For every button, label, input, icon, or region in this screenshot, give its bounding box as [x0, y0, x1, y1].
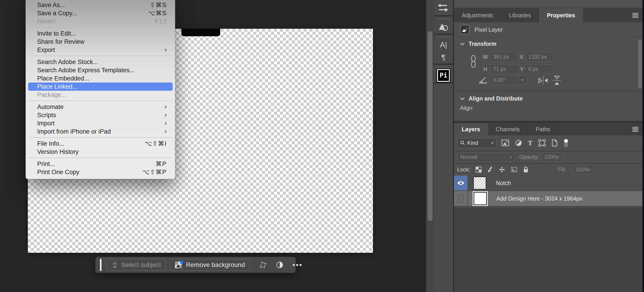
dock-grip-dots[interactable]: [437, 36, 450, 38]
tab-properties[interactable]: Properties: [539, 8, 583, 22]
more-options-button[interactable]: •••: [292, 261, 303, 270]
menu-item-share-for-review[interactable]: Share for Review: [28, 38, 173, 46]
width-field[interactable]: 361 px: [490, 52, 519, 61]
align-section-header[interactable]: Align and Distribute: [460, 95, 523, 102]
submenu-arrow-icon: ›: [164, 111, 167, 118]
menu-item-automate[interactable]: Automate›: [28, 103, 173, 111]
link-dimensions-icon[interactable]: [470, 55, 476, 68]
menu-item-import[interactable]: Import›: [28, 119, 173, 127]
shapes-panel-icon[interactable]: [436, 20, 451, 32]
file-menu: Save As...⇧⌘SSave a Copy...⌥⌘SRevertF12I…: [26, 0, 175, 179]
properties-scrollbar-thumb[interactable]: [638, 39, 642, 88]
layer-type-label: Pixel Layer: [474, 26, 503, 33]
dock-grip-dots[interactable]: [437, 66, 450, 68]
dock-group-shapes: [434, 16, 453, 35]
filter-smart-objects-icon[interactable]: [552, 139, 558, 147]
properties-panel-menu-icon[interactable]: [632, 12, 639, 18]
menu-item-import-from-iphone-or-ipad[interactable]: Import from iPhone or iPad›: [28, 127, 173, 136]
kind-filter-dropdown[interactable]: Kind ▾: [457, 138, 496, 148]
menu-item-label: Revert: [37, 18, 56, 25]
brushes-panel-icon[interactable]: [436, 1, 451, 14]
lock-artboard-icon[interactable]: [511, 166, 518, 173]
lock-transparency-icon[interactable]: [476, 167, 482, 173]
menu-item-save-as[interactable]: Save As...⇧⌘S: [28, 1, 173, 9]
opacity-label: Opacity:: [519, 154, 539, 160]
menu-item-shortcut: ⌥⇧⌘P: [142, 168, 167, 176]
menu-item-invite-to-edit[interactable]: Invite to Edit...: [28, 29, 173, 38]
lock-all-icon[interactable]: [523, 166, 528, 173]
menu-item-file-info[interactable]: File Info...⌥⇧⌘I: [28, 139, 173, 148]
x-label: X: [520, 54, 523, 60]
transform-selection-icon[interactable]: [259, 261, 267, 269]
plugins-panel-icon[interactable]: Pi: [436, 69, 451, 82]
tab-layers[interactable]: Layers: [454, 123, 488, 135]
menu-item-search-adobe-stock[interactable]: Search Adobe Stock...: [28, 58, 173, 66]
angle-dropdown-arrow[interactable]: ▾: [518, 76, 526, 84]
workspace-scrollbar-track[interactable]: [426, 0, 434, 292]
tab-adjustments[interactable]: Adjustments: [454, 8, 502, 22]
select-subject-button[interactable]: Select subject: [106, 259, 166, 271]
dock-grip-dots[interactable]: [437, 18, 450, 20]
submenu-arrow-icon: ›: [164, 103, 167, 110]
tab-channels[interactable]: Channels: [488, 123, 528, 135]
lock-position-icon[interactable]: [498, 166, 505, 173]
menu-item-export[interactable]: Export›: [28, 46, 173, 54]
fill-dropdown-arrow[interactable]: ▾: [586, 165, 593, 174]
angle-field[interactable]: 0.00° ▾: [490, 75, 526, 85]
contextual-task-bar: Select subject Remove background: [95, 257, 296, 273]
filter-type-layers-icon[interactable]: T: [528, 139, 532, 147]
remove-background-label: Remove background: [186, 261, 245, 269]
opacity-dropdown-arrow[interactable]: ▾: [555, 153, 562, 162]
menu-item-save-a-copy[interactable]: Save a Copy...⌥⌘S: [28, 9, 173, 17]
flip-horizontal-icon[interactable]: [538, 76, 548, 85]
transform-section-header[interactable]: Transform: [460, 40, 496, 47]
filter-pixel-layers-icon[interactable]: [502, 139, 509, 146]
layer-name[interactable]: Notch: [496, 180, 511, 186]
blend-mode-dropdown[interactable]: Normal ▾: [457, 153, 515, 162]
menu-item-shortcut: ⇧⌘S: [150, 1, 167, 9]
layers-list: NotchAdd Design Here - 3024 x 1964px: [454, 176, 642, 207]
tab-libraries[interactable]: Libraries: [502, 8, 539, 22]
layer-thumbnail[interactable]: [474, 192, 487, 205]
x-field[interactable]: 1332 px: [525, 52, 554, 61]
flip-vertical-icon[interactable]: [552, 75, 561, 86]
menu-item-print-one-copy[interactable]: Print One Copy⌥⇧⌘P: [28, 168, 173, 176]
character-panel-icon[interactable]: A|: [436, 38, 451, 51]
layers-panel-menu-icon[interactable]: [632, 126, 639, 132]
tab-paths[interactable]: Paths: [528, 123, 558, 135]
remove-background-button[interactable]: Remove background: [170, 259, 250, 271]
search-icon: [460, 141, 465, 145]
dock-group-type: A| ¶: [434, 35, 453, 65]
menu-item-label: Automate: [37, 103, 64, 111]
filter-toggle-switch[interactable]: [564, 138, 568, 148]
taskbar-drag-handle[interactable]: [100, 259, 102, 271]
menu-item-label: Print One Copy: [37, 169, 80, 176]
paragraph-panel-icon[interactable]: ¶: [436, 51, 451, 64]
layers-tab-row: Layers Channels Paths: [454, 123, 642, 135]
menu-item-version-history[interactable]: Version History: [28, 148, 173, 156]
submenu-arrow-icon: ›: [164, 46, 167, 53]
y-field[interactable]: 0 px: [525, 64, 554, 74]
y-label: Y: [520, 66, 524, 72]
menu-item-print[interactable]: Print...⌘P: [28, 160, 173, 168]
filter-adjustment-layers-icon[interactable]: [515, 139, 522, 146]
layer-thumbnail[interactable]: [473, 176, 486, 190]
layer-visibility-toggle[interactable]: [454, 191, 468, 206]
layer-row-notch[interactable]: Notch: [454, 176, 642, 191]
menu-item-place-embedded[interactable]: Place Embedded...: [28, 74, 173, 82]
menu-item-scripts[interactable]: Scripts›: [28, 111, 173, 119]
dock-group-empty: [434, 83, 453, 291]
workspace-scrollbar-thumb[interactable]: [428, 31, 432, 221]
height-field[interactable]: 71 px: [490, 64, 519, 74]
layer-row-add-design-here-3024-x-1964px[interactable]: Add Design Here - 3024 x 1964px: [454, 191, 642, 207]
fill-field[interactable]: 100% ▾: [572, 165, 593, 174]
opacity-field[interactable]: 100% ▾: [541, 153, 562, 162]
layer-visibility-eye-icon[interactable]: [454, 176, 468, 191]
adjustments-icon[interactable]: [276, 261, 284, 269]
menu-item-search-adobe-express-templates[interactable]: Search Adobe Express Templates...: [28, 66, 173, 74]
pixel-layer-icon: [460, 25, 470, 34]
filter-shape-layers-icon[interactable]: [538, 139, 546, 147]
lock-pixels-icon[interactable]: [487, 166, 493, 173]
layer-name[interactable]: Add Design Here - 3024 x 1964px: [496, 195, 582, 202]
menu-item-place-linked[interactable]: Place Linked...: [28, 82, 173, 91]
